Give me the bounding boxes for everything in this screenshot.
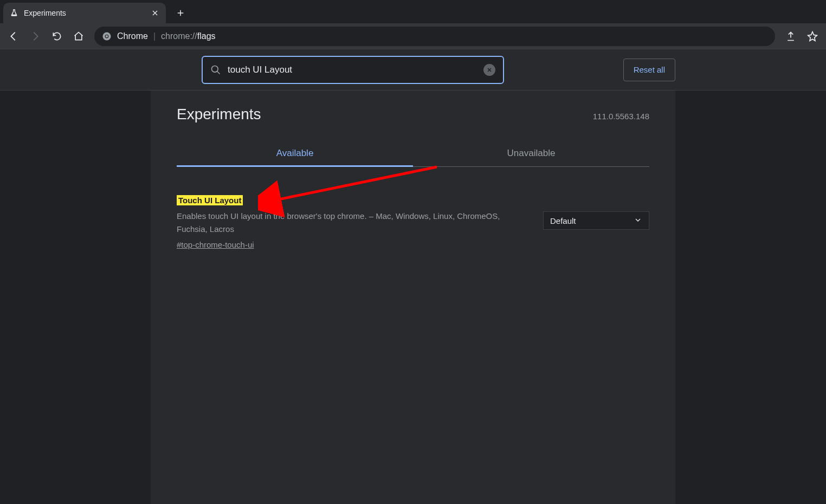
flag-dropdown[interactable]: Default (543, 211, 649, 230)
flask-icon (10, 9, 18, 17)
svg-point-3 (212, 66, 218, 72)
tab-title: Experiments (24, 9, 145, 17)
chrome-version: 111.0.5563.148 (593, 112, 649, 121)
flag-dropdown-value: Default (550, 216, 576, 225)
flags-search-bar: Reset all (0, 49, 826, 91)
browser-toolbar: Chrome | chrome://flags (0, 23, 826, 49)
reload-button[interactable] (48, 27, 66, 46)
home-button[interactable] (69, 27, 88, 46)
search-icon (210, 64, 221, 75)
new-tab-button[interactable] (172, 5, 189, 21)
bookmark-button[interactable] (803, 27, 822, 46)
omnibox-separator: | (153, 31, 156, 41)
flag-title: Touch UI Layout (177, 195, 243, 205)
page-title: Experiments (177, 106, 261, 123)
flag-description: Enables touch UI layout in the browser's… (177, 210, 521, 236)
svg-point-2 (106, 35, 108, 37)
omnibox-chip: Chrome (117, 31, 148, 41)
tab-available[interactable]: Available (177, 140, 413, 166)
flags-search-input[interactable] (228, 64, 477, 75)
omnibox-url-bright: flags (197, 31, 216, 41)
main-area: Experiments 111.0.5563.148 Available Una… (0, 91, 826, 504)
flag-item: Touch UI Layout Enables touch UI layout … (177, 195, 649, 250)
omnibox[interactable]: Chrome | chrome://flags (94, 27, 775, 46)
browser-tab[interactable]: Experiments (3, 3, 166, 23)
back-button[interactable] (4, 27, 23, 46)
flags-tabs: Available Unavailable (177, 140, 649, 167)
chevron-down-icon (634, 216, 642, 226)
tab-unavailable[interactable]: Unavailable (413, 140, 649, 166)
chrome-icon (102, 31, 112, 41)
flags-search-box[interactable] (202, 56, 504, 84)
share-button[interactable] (782, 27, 800, 46)
clear-search-button[interactable] (483, 64, 495, 76)
flag-hash-link[interactable]: #top-chrome-touch-ui (177, 240, 254, 249)
close-icon[interactable] (151, 9, 159, 17)
reset-all-button[interactable]: Reset all (623, 59, 675, 81)
omnibox-url-dim: chrome:// (161, 31, 197, 41)
tab-strip: Experiments (0, 0, 826, 23)
experiments-panel: Experiments 111.0.5563.148 Available Una… (151, 91, 675, 504)
forward-button[interactable] (26, 27, 44, 46)
tab-underline (177, 165, 413, 167)
